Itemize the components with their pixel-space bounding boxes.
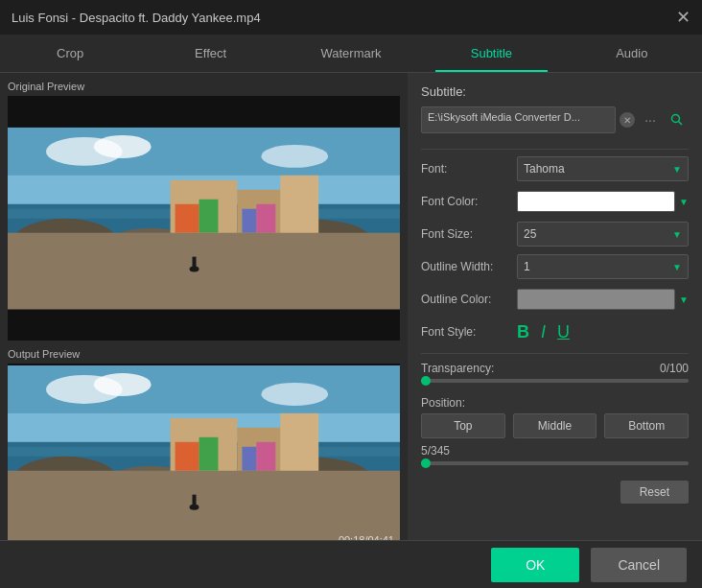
outline-width-arrow: ▼: [672, 262, 682, 272]
tab-watermark[interactable]: Watermark: [281, 35, 421, 72]
font-color-arrow[interactable]: ▼: [679, 197, 689, 207]
output-preview-image: [8, 364, 400, 550]
outline-color-swatch[interactable]: [517, 289, 675, 310]
original-preview-section: Original Preview: [8, 81, 400, 344]
position-thumb[interactable]: [421, 459, 431, 468]
output-preview-section: Output Preview: [8, 344, 400, 553]
tab-crop[interactable]: Crop: [0, 35, 140, 72]
svg-point-4: [261, 145, 328, 168]
svg-line-41: [679, 122, 683, 126]
underline-button[interactable]: U: [557, 323, 570, 341]
bold-button[interactable]: B: [517, 323, 529, 341]
svg-rect-13: [176, 204, 199, 233]
outline-color-row: Outline Color: ▼: [421, 284, 689, 315]
svg-point-23: [94, 373, 152, 396]
position-slider[interactable]: [421, 461, 689, 465]
cancel-button[interactable]: Cancel: [591, 548, 687, 582]
svg-rect-16: [256, 204, 275, 233]
outline-color-control: ▼: [517, 289, 689, 310]
font-size-value: 25: [524, 227, 536, 241]
position-header: Position:: [421, 396, 689, 410]
right-panel: Subtitle: E:\iSkysoft iMedia Converter D…: [408, 73, 702, 588]
transparency-thumb[interactable]: [421, 376, 431, 386]
svg-rect-19: [193, 257, 197, 270]
svg-rect-34: [199, 437, 219, 471]
transparency-label: Transparency:: [421, 362, 494, 375]
divider-2: [421, 353, 689, 354]
svg-rect-35: [242, 447, 256, 471]
svg-rect-15: [242, 209, 256, 233]
window-title: Luis Fonsi - Despacito ft. Daddy Yankee.…: [12, 11, 261, 25]
position-buttons: Top Middle Bottom: [421, 413, 689, 438]
font-style-label: Font Style:: [421, 325, 517, 339]
position-top-button[interactable]: Top: [421, 413, 505, 438]
clear-subtitle-button[interactable]: ✕: [620, 112, 635, 128]
tab-effect[interactable]: Effect: [140, 35, 280, 72]
outline-color-label: Outline Color:: [421, 293, 517, 306]
output-preview-label: Output Preview: [8, 348, 400, 360]
tab-bar: Crop Effect Watermark Subtitle Audio: [0, 35, 702, 73]
font-dropdown-arrow: ▼: [672, 164, 682, 175]
bottom-bar: OK Cancel: [0, 540, 702, 588]
outline-width-select[interactable]: 1 ▼: [517, 254, 689, 279]
svg-rect-14: [199, 200, 219, 233]
transparency-section: Transparency: 0/100: [421, 362, 689, 392]
reset-row: Reset: [421, 481, 689, 504]
outline-width-row: Outline Width: 1 ▼: [421, 251, 689, 282]
font-label: Font:: [421, 162, 517, 176]
position-value-row: 5/345: [421, 444, 689, 458]
font-value: Tahoma: [524, 162, 565, 176]
font-color-label: Font Color:: [421, 195, 517, 208]
subtitle-path-input[interactable]: E:\iSkysoft iMedia Converter D...: [421, 106, 616, 133]
font-select[interactable]: Tahoma ▼: [517, 156, 689, 181]
font-row: Font: Tahoma ▼: [421, 153, 689, 184]
title-bar: Luis Fonsi - Despacito ft. Daddy Yankee.…: [0, 0, 702, 35]
more-options-button[interactable]: ···: [639, 108, 662, 131]
font-size-label: Font Size:: [421, 227, 517, 241]
font-color-control: ▼: [517, 191, 689, 212]
position-label: Position:: [421, 396, 465, 410]
font-color-swatch[interactable]: [517, 191, 675, 212]
left-panel: Original Preview: [0, 73, 408, 588]
outline-width-label: Outline Width:: [421, 260, 517, 273]
search-subtitle-button[interactable]: [666, 108, 689, 131]
outline-width-value: 1: [524, 260, 530, 273]
subtitle-input-row: E:\iSkysoft iMedia Converter D... ✕ ···: [421, 106, 689, 133]
divider-1: [421, 149, 689, 150]
position-value: 5/345: [421, 444, 450, 458]
font-size-select-box[interactable]: 25 ▼: [517, 222, 689, 247]
position-section: Position: Top Middle Bottom 5/345: [421, 396, 689, 475]
svg-rect-33: [176, 442, 199, 471]
close-button[interactable]: ✕: [676, 9, 690, 26]
original-preview-container: [8, 96, 400, 341]
original-preview-label: Original Preview: [8, 81, 400, 92]
font-size-row: Font Size: 25 ▼: [421, 219, 689, 249]
outline-width-select-box[interactable]: 1 ▼: [517, 254, 689, 279]
reset-button[interactable]: Reset: [620, 481, 689, 504]
output-preview-container: 00:18/04:41: [8, 364, 400, 550]
font-size-arrow: ▼: [672, 229, 682, 240]
outline-color-arrow[interactable]: ▼: [679, 294, 689, 305]
svg-rect-17: [8, 233, 400, 310]
font-size-select[interactable]: 25 ▼: [517, 222, 689, 247]
font-style-row: Font Style: B I U: [421, 317, 689, 347]
tab-subtitle[interactable]: Subtitle: [421, 35, 561, 72]
svg-point-3: [94, 135, 152, 158]
main-area: Original Preview: [0, 73, 702, 588]
tab-audio[interactable]: Audio: [562, 35, 702, 72]
original-preview-image: [8, 96, 400, 341]
svg-point-40: [672, 115, 680, 123]
position-bottom-button[interactable]: Bottom: [604, 413, 689, 438]
svg-rect-36: [256, 442, 275, 471]
italic-button[interactable]: I: [541, 323, 546, 341]
font-color-row: Font Color: ▼: [421, 186, 689, 217]
svg-rect-39: [193, 495, 197, 508]
subtitle-section-title: Subtitle:: [421, 84, 689, 99]
font-select-box[interactable]: Tahoma ▼: [517, 156, 689, 181]
position-middle-button[interactable]: Middle: [513, 413, 597, 438]
font-style-controls: B I U: [517, 323, 689, 341]
search-icon: [670, 113, 684, 127]
svg-point-24: [261, 383, 328, 406]
ok-button[interactable]: OK: [491, 548, 579, 582]
transparency-slider[interactable]: [421, 379, 689, 383]
